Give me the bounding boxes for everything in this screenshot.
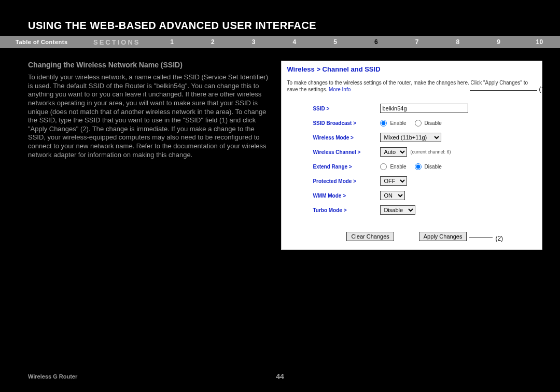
ssid-broadcast-radios: Enable Disable bbox=[380, 120, 448, 127]
turbo-mode-label: Turbo Mode > bbox=[313, 207, 380, 213]
wireless-mode-label: Wireless Mode > bbox=[313, 135, 380, 141]
ssid-broadcast-enable-radio[interactable] bbox=[380, 120, 387, 127]
wmm-mode-label: WMM Mode > bbox=[313, 193, 380, 199]
protected-mode-row: Protected Mode > OFF bbox=[313, 174, 537, 188]
extend-range-enable-radio[interactable] bbox=[380, 163, 387, 170]
wireless-mode-row: Wireless Mode > Mixed (11b+11g) bbox=[313, 130, 537, 145]
nav-section-3[interactable]: 3 bbox=[233, 38, 274, 46]
wireless-channel-note: (current channel: 6) bbox=[410, 149, 451, 155]
callout-line-1 bbox=[470, 90, 537, 91]
form-area: SSID > SSID Broadcast > Enable Disable W… bbox=[282, 95, 542, 222]
callout-line-2 bbox=[469, 237, 493, 238]
ssid-broadcast-enable-label: Enable bbox=[390, 120, 406, 126]
router-ui-screenshot: (1) (2) Wireless > Channel and SSID To m… bbox=[281, 61, 542, 250]
ssid-broadcast-disable-label: Disable bbox=[425, 120, 442, 126]
extend-range-label: Extend Range > bbox=[313, 164, 380, 170]
wireless-channel-select[interactable]: Auto bbox=[380, 147, 407, 157]
article-subheading: Changing the Wireless Network Name (SSID… bbox=[28, 61, 271, 69]
turbo-mode-select[interactable]: Disable bbox=[380, 205, 415, 215]
nav-section-9[interactable]: 9 bbox=[479, 38, 520, 46]
nav-section-8[interactable]: 8 bbox=[438, 38, 479, 46]
footer-page-number: 44 bbox=[276, 372, 284, 381]
nav-toc-link[interactable]: Table of Contents bbox=[16, 39, 93, 45]
wireless-channel-label: Wireless Channel > bbox=[313, 149, 380, 155]
nav-section-10[interactable]: 10 bbox=[519, 38, 560, 46]
nav-sections-label: SECTIONS bbox=[93, 38, 152, 46]
nav-section-2[interactable]: 2 bbox=[192, 38, 233, 46]
nav-section-4[interactable]: 4 bbox=[274, 38, 315, 46]
footer-product: Wireless G Router bbox=[0, 373, 77, 380]
apply-changes-button[interactable]: Apply Changes bbox=[419, 232, 467, 241]
extend-range-row: Extend Range > Enable Disable bbox=[313, 159, 537, 174]
left-column: Changing the Wireless Network Name (SSID… bbox=[28, 61, 271, 250]
nav-section-6[interactable]: 6 bbox=[356, 38, 397, 46]
page-title: USING THE WEB-BASED ADVANCED USER INTERF… bbox=[0, 0, 560, 36]
wmm-mode-select[interactable]: ON bbox=[380, 191, 405, 200]
clear-changes-button[interactable]: Clear Changes bbox=[346, 232, 394, 241]
ssid-broadcast-disable-radio[interactable] bbox=[415, 120, 422, 127]
panel-info: To make changes to the wireless settings… bbox=[282, 78, 542, 95]
extend-range-enable-label: Enable bbox=[390, 164, 406, 170]
content-area: Changing the Wireless Network Name (SSID… bbox=[0, 48, 560, 250]
nav-section-1[interactable]: 1 bbox=[152, 38, 193, 46]
wmm-mode-row: WMM Mode > ON bbox=[313, 188, 537, 203]
article-body: To identify your wireless network, a nam… bbox=[28, 73, 271, 159]
more-info-link[interactable]: More Info bbox=[329, 87, 351, 92]
extend-range-disable-radio[interactable] bbox=[415, 163, 422, 170]
protected-mode-select[interactable]: OFF bbox=[380, 176, 407, 186]
ssid-broadcast-label: SSID Broadcast > bbox=[313, 120, 380, 126]
extend-range-radios: Enable Disable bbox=[380, 163, 448, 170]
ssid-broadcast-row: SSID Broadcast > Enable Disable bbox=[313, 116, 537, 130]
nav-bar: Table of Contents SECTIONS 1 2 3 4 5 6 7… bbox=[0, 36, 560, 48]
callout-number-2: (2) bbox=[495, 235, 503, 242]
ssid-label: SSID > bbox=[313, 106, 380, 111]
extend-range-disable-label: Disable bbox=[425, 164, 442, 170]
wireless-mode-select[interactable]: Mixed (11b+11g) bbox=[380, 133, 441, 142]
ssid-input[interactable] bbox=[380, 104, 468, 113]
ssid-row: SSID > bbox=[313, 101, 537, 116]
panel-title: Wireless > Channel and SSID bbox=[282, 61, 542, 78]
footer: Wireless G Router 44 bbox=[0, 373, 560, 380]
callout-number-1: (1) bbox=[539, 86, 547, 93]
turbo-mode-row: Turbo Mode > Disable bbox=[313, 203, 537, 217]
nav-section-7[interactable]: 7 bbox=[397, 38, 438, 46]
wireless-channel-row: Wireless Channel > Auto (current channel… bbox=[313, 145, 537, 159]
nav-section-5[interactable]: 5 bbox=[315, 38, 356, 46]
protected-mode-label: Protected Mode > bbox=[313, 178, 380, 184]
